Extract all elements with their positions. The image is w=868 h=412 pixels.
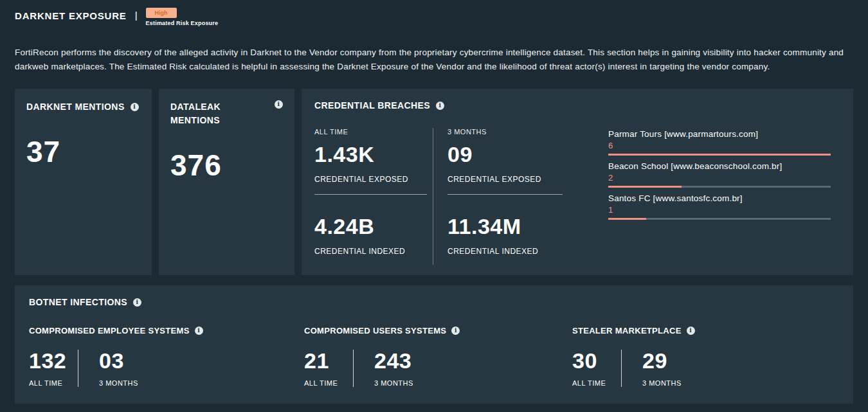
stat-value: 30 <box>572 350 621 372</box>
page-title: DARKNET EXPOSURE <box>15 8 127 21</box>
stat-label: ALL TIME <box>29 379 78 387</box>
stat-label: 3 MONTHS <box>374 379 413 387</box>
page-header: DARKNET EXPOSURE | High Estimated Risk E… <box>15 8 853 26</box>
info-icon[interactable]: i <box>195 327 203 335</box>
all-time-indexed-label: CREDENTIAL INDEXED <box>314 247 433 256</box>
top-cards-row: DARKNET MENTIONS i 37 DATALEAK MENTIONS … <box>15 89 853 275</box>
vertical-divider <box>78 350 78 387</box>
botnet-infections-title: BOTNET INFECTIONS <box>29 296 127 309</box>
all-time-exposed-value: 1.43K <box>314 142 433 167</box>
stat-value: 29 <box>642 350 682 372</box>
breach-bar-track <box>608 154 831 156</box>
all-time-stat: 21 ALL TIME <box>304 350 353 387</box>
botnet-infections-card: BOTNET INFECTIONS i COMPROMISED EMPLOYEE… <box>15 285 853 404</box>
stat-label: ALL TIME <box>572 379 621 387</box>
vertical-divider <box>433 128 433 265</box>
breach-bar-track <box>608 186 831 188</box>
vertical-divider <box>353 350 354 387</box>
risk-badge: High <box>146 8 177 18</box>
breach-count: 1 <box>608 205 831 215</box>
credential-three-months-column: 3 MONTHS 09 CREDENTIAL EXPOSED 11.34M CR… <box>448 128 568 265</box>
all-time-stat: 30 ALL TIME <box>572 350 621 387</box>
stat-value: 03 <box>99 350 138 372</box>
three-months-stat: 243 3 MONTHS <box>374 350 413 387</box>
credential-breaches-title: CREDENTIAL BREACHES <box>314 99 430 112</box>
three-months-indexed-value: 11.34M <box>448 214 568 239</box>
darknet-mentions-value: 37 <box>26 134 140 169</box>
title-separator: | <box>135 8 138 21</box>
info-icon[interactable]: i <box>133 298 141 307</box>
darknet-mentions-title: DARKNET MENTIONS <box>26 100 125 114</box>
breach-count: 2 <box>608 173 831 183</box>
breach-count: 6 <box>608 141 831 150</box>
dataleak-mentions-title: DATALEAK MENTIONS <box>170 100 248 127</box>
breach-domain-label: Santos FC [www.santosfc.com.br] <box>608 193 831 203</box>
info-icon[interactable]: i <box>131 103 139 111</box>
info-icon[interactable]: i <box>436 102 444 110</box>
section-title: COMPROMISED USERS SYSTEMS <box>304 326 446 336</box>
risk-badge-caption: Estimated Risk Exposure <box>146 20 219 26</box>
all-time-exposed-label: CREDENTIAL EXPOSED <box>314 175 433 184</box>
stat-value: 21 <box>304 350 353 372</box>
stat-value: 243 <box>374 350 413 372</box>
stealer-marketplace-section: STEALER MARKETPLACE i 30 ALL TIME 29 3 M… <box>572 326 695 387</box>
dataleak-mentions-card: DATALEAK MENTIONS i 376 <box>159 89 294 275</box>
stat-value: 132 <box>29 350 78 372</box>
credential-all-time-column: ALL TIME 1.43K CREDENTIAL EXPOSED 4.24B … <box>314 128 433 265</box>
info-icon[interactable]: i <box>687 327 695 335</box>
list-item: Santos FC [www.santosfc.com.br] 1 <box>608 193 831 220</box>
info-icon[interactable]: i <box>275 100 283 109</box>
breach-domain-label: Parmar Tours [www.parmartours.com] <box>608 129 831 139</box>
darknet-mentions-card: DARKNET MENTIONS i 37 <box>15 89 152 275</box>
three-months-stat: 03 3 MONTHS <box>99 350 138 387</box>
horizontal-divider <box>448 194 563 195</box>
all-time-indexed-value: 4.24B <box>314 214 433 239</box>
section-title: COMPROMISED EMPLOYEE SYSTEMS <box>29 326 190 336</box>
dataleak-mentions-value: 376 <box>170 148 283 183</box>
compromised-employee-systems-section: COMPROMISED EMPLOYEE SYSTEMS i 132 ALL T… <box>29 326 304 387</box>
horizontal-divider <box>314 194 427 195</box>
info-icon[interactable]: i <box>451 327 460 335</box>
stat-label: 3 MONTHS <box>99 379 138 387</box>
list-item: Beacon School [www.beaconschool.com.br] … <box>608 161 831 188</box>
breach-bar-fill <box>608 154 831 156</box>
three-months-exposed-value: 09 <box>448 142 568 167</box>
breached-domains-list: Parmar Tours [www.parmartours.com] 6 Bea… <box>608 128 831 265</box>
three-months-label: 3 MONTHS <box>448 128 568 136</box>
all-time-stat: 132 ALL TIME <box>29 350 78 387</box>
section-description: FortiRecon performs the discovery of the… <box>15 46 853 73</box>
credential-breaches-card: CREDENTIAL BREACHES i ALL TIME 1.43K CRE… <box>302 89 853 275</box>
all-time-label: ALL TIME <box>314 128 433 136</box>
vertical-divider <box>621 350 622 387</box>
three-months-exposed-label: CREDENTIAL EXPOSED <box>448 175 568 184</box>
section-title: STEALER MARKETPLACE <box>572 326 682 336</box>
three-months-indexed-label: CREDENTIAL INDEXED <box>448 247 568 256</box>
darknet-exposure-page: DARKNET EXPOSURE | High Estimated Risk E… <box>0 0 868 412</box>
breach-bar-fill <box>608 218 646 220</box>
list-item: Parmar Tours [www.parmartours.com] 6 <box>608 129 831 156</box>
risk-exposure-block: High Estimated Risk Exposure <box>146 8 219 26</box>
three-months-stat: 29 3 MONTHS <box>642 350 682 387</box>
stat-label: 3 MONTHS <box>642 379 682 387</box>
compromised-users-systems-section: COMPROMISED USERS SYSTEMS i 21 ALL TIME … <box>304 326 572 387</box>
breach-bar-fill <box>608 186 682 188</box>
stat-label: ALL TIME <box>304 379 353 387</box>
breach-bar-track <box>608 218 831 220</box>
breach-domain-label: Beacon School [www.beaconschool.com.br] <box>608 161 831 171</box>
